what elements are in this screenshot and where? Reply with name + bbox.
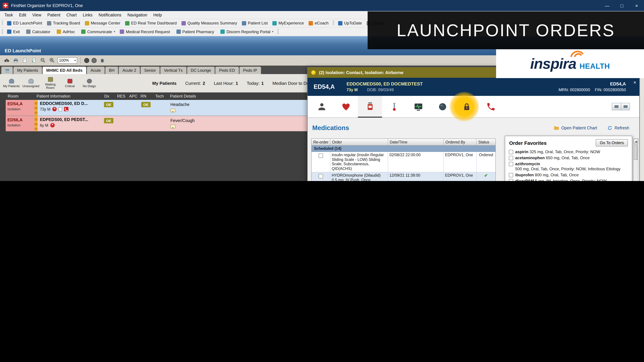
- column-header[interactable]: Tech: [153, 94, 168, 98]
- close-window-button[interactable]: ×: [629, 0, 644, 11]
- toolbar-button[interactable]: Quality Measures Summary: [179, 21, 240, 25]
- board-tab[interactable]: MHMC ED All Beds: [42, 67, 86, 74]
- patient-row[interactable]: ED56,A Isolation EDPEDS00, ED PEDST... 6…: [6, 116, 307, 131]
- filter-button[interactable]: Critical: [60, 75, 79, 91]
- toolbar-button[interactable]: Message Center: [82, 21, 122, 25]
- thermometer-icon[interactable]: [382, 96, 406, 117]
- favorite-checkbox[interactable]: [509, 162, 513, 166]
- record-alt-icon[interactable]: [92, 58, 96, 63]
- print-summary-icon[interactable]: [612, 103, 621, 110]
- med-column-header[interactable]: Ordered By: [444, 139, 477, 145]
- refresh-link[interactable]: Refresh: [607, 125, 629, 131]
- med-column-header[interactable]: Date/Time: [388, 139, 444, 145]
- monitor-ekg-icon[interactable]: [406, 96, 430, 117]
- tab-transfer-icon[interactable]: [1, 67, 13, 74]
- board-tab[interactable]: My Patients: [14, 67, 42, 74]
- scroll-up-icon[interactable]: [634, 139, 638, 144]
- favorite-order-item[interactable]: acetaminophen 650 mg, Oral, Tab, Once: [509, 156, 628, 161]
- menu-item[interactable]: Notifications: [96, 12, 124, 17]
- menu-item[interactable]: Links: [80, 12, 96, 17]
- maximize-button[interactable]: □: [614, 0, 629, 11]
- column-header[interactable]: RN: [138, 94, 153, 98]
- med-order-row[interactable]: HYDROmorphone (Dilaudid) 0.5 mg, IV Push…: [312, 172, 496, 181]
- imaging-icon[interactable]: [430, 96, 454, 117]
- collapse-summary-icon[interactable]: [621, 103, 630, 110]
- favorite-order-item[interactable]: diazePAM 5 mg, IM, Injection, Once, Prio…: [509, 179, 628, 181]
- record-icon[interactable]: [84, 58, 89, 63]
- toolbar-button[interactable]: MyExperience: [270, 21, 306, 25]
- filter-button[interactable]: My Patients: [2, 75, 21, 91]
- favorite-checkbox[interactable]: [509, 156, 513, 160]
- popup-scrollbar[interactable]: [633, 138, 638, 181]
- oe-badge[interactable]: OE: [104, 102, 113, 107]
- toolbar-button[interactable]: Medical Record Request: [118, 29, 174, 34]
- toolbar-button[interactable]: ED LaunchPoint: [5, 21, 44, 25]
- column-header[interactable]: RES: [115, 94, 127, 98]
- toolbar-button[interactable]: eCoach: [306, 21, 331, 25]
- close-popup-button[interactable]: ×: [633, 80, 636, 85]
- board-tab[interactable]: Senior: [140, 67, 160, 74]
- toolbar-button[interactable]: Exit: [5, 29, 24, 34]
- zoom-in-icon[interactable]: [49, 57, 55, 64]
- window-scrollbar[interactable]: [640, 78, 644, 181]
- toolbar-button[interactable]: Tracking Board: [44, 21, 82, 25]
- menu-item[interactable]: Task: [1, 12, 16, 17]
- favorite-checkbox[interactable]: [509, 173, 513, 177]
- comment-icon[interactable]: [170, 109, 176, 112]
- menu-item[interactable]: Navigation: [124, 12, 150, 17]
- column-header[interactable]: Patient Details: [168, 94, 307, 98]
- reorder-checkbox[interactable]: [319, 174, 323, 178]
- patient-row[interactable]: ED54,A Isolation EDDOCMEDS00, ED D... 73…: [6, 100, 307, 116]
- toolbar-button[interactable]: UpToDate: [336, 21, 364, 25]
- scheduled-section-header[interactable]: Scheduled (14): [312, 145, 496, 152]
- orders-lock-icon[interactable]: [454, 96, 479, 117]
- med-order-row[interactable]: insulin regular (Insulin Regular Sliding…: [312, 152, 496, 172]
- board-tab[interactable]: DC Lounge: [187, 67, 215, 74]
- board-tab[interactable]: Acute 2: [119, 67, 140, 74]
- board-tab[interactable]: Peds IP: [239, 67, 261, 74]
- filter-button[interactable]: No Diags: [80, 75, 98, 91]
- medications-icon[interactable]: [358, 96, 382, 117]
- document-back-icon[interactable]: [30, 57, 37, 64]
- go-to-orders-button[interactable]: Go To Orders: [596, 139, 628, 146]
- favorite-checkbox[interactable]: [509, 179, 513, 181]
- board-tab[interactable]: Vertical Tx: [160, 67, 186, 74]
- call-phone-icon[interactable]: [479, 96, 503, 117]
- oe-badge[interactable]: OE: [142, 102, 150, 107]
- open-patient-chart-link[interactable]: Open Patient Chart: [554, 125, 597, 131]
- menu-item[interactable]: Patient: [44, 12, 64, 17]
- menu-item[interactable]: Edit: [16, 12, 29, 17]
- toolbar-button[interactable]: Calculator: [24, 29, 54, 34]
- toolbar-button[interactable]: AdHoc: [54, 29, 79, 34]
- oe-badge[interactable]: OE: [104, 118, 113, 123]
- toolbar-button[interactable]: Communicate ▾: [79, 29, 118, 34]
- document-forward-icon[interactable]: [22, 57, 28, 64]
- find-icon[interactable]: [3, 57, 10, 64]
- minimize-button[interactable]: —: [600, 0, 614, 11]
- menu-item[interactable]: View: [29, 12, 44, 17]
- filter-button[interactable]: Unassigned: [22, 75, 40, 91]
- med-column-header[interactable]: Re-order: [312, 139, 330, 145]
- med-column-header[interactable]: Order: [330, 139, 388, 145]
- column-header[interactable]: Dx: [102, 94, 115, 98]
- toolbar-button[interactable]: Patient Pharmacy: [174, 29, 218, 34]
- med-column-header[interactable]: Status: [477, 139, 496, 145]
- favorite-order-item[interactable]: azithromycin 500 mg, Oral, Tab, Once, Pr…: [509, 162, 628, 172]
- board-tab[interactable]: Acute: [87, 67, 104, 74]
- column-header[interactable]: Room: [6, 94, 34, 98]
- menu-item[interactable]: Help: [150, 12, 165, 17]
- zoom-out-icon[interactable]: [40, 57, 46, 64]
- column-header[interactable]: Patient Information: [34, 94, 102, 98]
- menu-item[interactable]: Chart: [64, 12, 80, 17]
- favorite-order-item[interactable]: ibuprofen 800 mg, Oral, Tab, Once: [509, 173, 628, 178]
- print-icon[interactable]: [12, 57, 19, 64]
- vitals-heart-icon[interactable]: [334, 96, 358, 117]
- filter-button[interactable]: Waiting Room: [41, 75, 60, 91]
- board-tab[interactable]: Peds ED: [215, 67, 239, 74]
- patient-info-icon[interactable]: [310, 96, 334, 117]
- reorder-checkbox[interactable]: [319, 153, 323, 158]
- scrollbar-thumb[interactable]: [634, 144, 638, 160]
- comment-icon[interactable]: [170, 125, 176, 128]
- toolbar-button[interactable]: ED Real Time Dashboard: [122, 21, 179, 25]
- favorite-order-item[interactable]: aspirin 325 mg, Oral, Tab, Once, Priorit…: [509, 149, 628, 155]
